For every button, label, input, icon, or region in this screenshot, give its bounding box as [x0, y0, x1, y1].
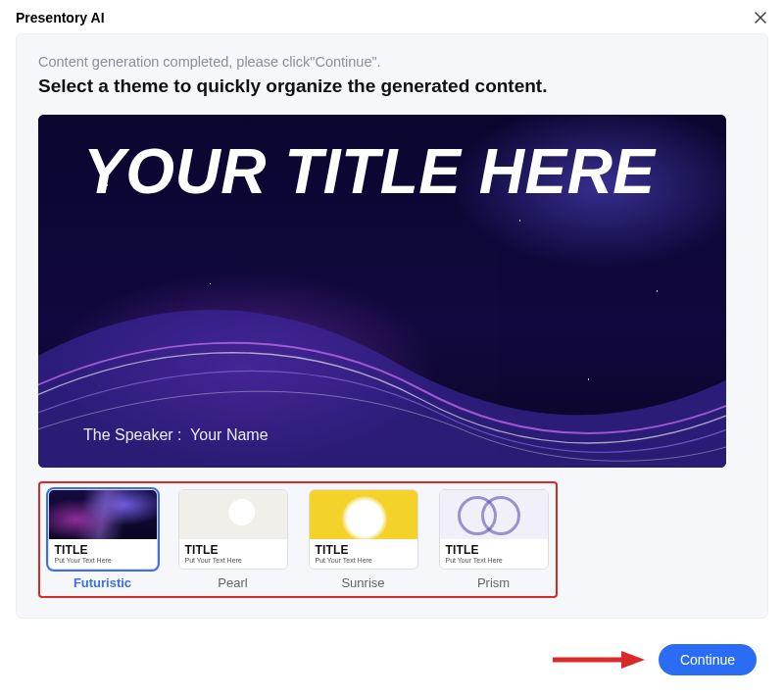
continue-button[interactable]: Continue	[659, 644, 757, 675]
theme-label: Sunrise	[341, 575, 384, 590]
theme-option-prism[interactable]: TITLE Put Your Text Here Prism	[437, 489, 550, 590]
theme-thumb-art	[310, 490, 417, 539]
thumb-sub: Put Your Text Here	[316, 557, 412, 564]
theme-option-pearl[interactable]: TITLE Put Your Text Here Pearl	[176, 489, 289, 590]
close-icon[interactable]	[753, 10, 768, 25]
theme-option-sunrise[interactable]: TITLE Put Your Text Here Sunrise	[307, 489, 419, 590]
theme-thumb-art	[179, 490, 287, 539]
thumb-title: TITLE	[316, 543, 412, 557]
theme-label: Prism	[477, 575, 510, 590]
thumb-sub: Put Your Text Here	[185, 557, 281, 564]
theme-thumb-art	[49, 490, 157, 539]
theme-thumb-art	[440, 490, 548, 539]
theme-preview: YOUR TITLE HERE The Speaker : Your Name	[38, 115, 726, 468]
svg-marker-1	[621, 651, 645, 669]
footer: Continue	[551, 644, 757, 675]
status-line: Content generation completed, please cli…	[38, 54, 746, 70]
theme-option-futuristic[interactable]: TITLE Put Your Text Here Futuristic	[46, 489, 159, 590]
speaker-name: Your Name	[190, 426, 268, 443]
preview-speaker: The Speaker : Your Name	[83, 426, 269, 444]
speaker-label: The Speaker :	[83, 426, 182, 443]
theme-selector: TITLE Put Your Text Here Futuristic TITL…	[38, 481, 558, 598]
thumb-sub: Put Your Text Here	[446, 557, 542, 564]
thumb-title: TITLE	[446, 543, 542, 557]
instruction-heading: Select a theme to quickly organize the g…	[38, 75, 746, 97]
thumb-sub: Put Your Text Here	[55, 557, 151, 564]
preview-title: YOUR TITLE HERE	[83, 140, 681, 204]
titlebar: Presentory AI	[0, 0, 784, 33]
app-title: Presentory AI	[16, 10, 105, 25]
thumb-title: TITLE	[185, 543, 281, 557]
main-panel: Content generation completed, please cli…	[16, 33, 768, 619]
arrow-annotation	[551, 649, 645, 671]
theme-label: Pearl	[218, 575, 247, 590]
theme-label: Futuristic	[74, 575, 131, 590]
thumb-title: TITLE	[55, 543, 151, 557]
